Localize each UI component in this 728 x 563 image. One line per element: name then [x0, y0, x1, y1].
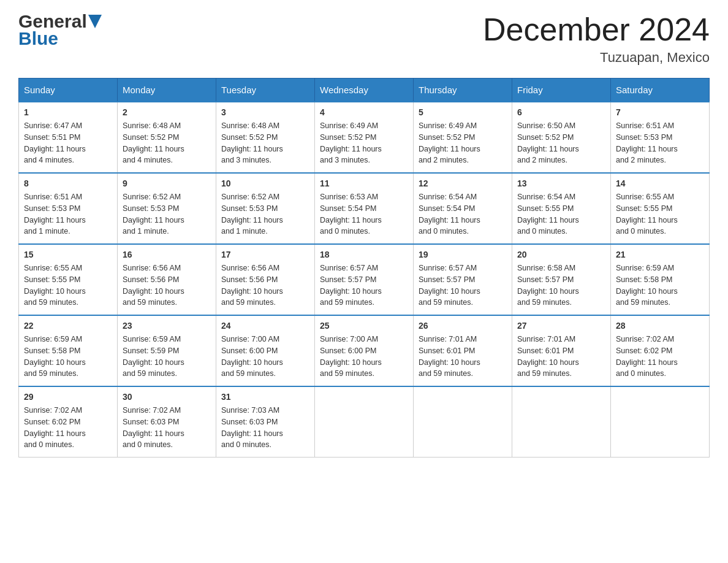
- day-number: 16: [123, 248, 211, 261]
- day-info-text: Sunrise: 6:53 AM Sunset: 5:54 PM Dayligh…: [320, 191, 408, 237]
- calendar-cell: 5Sunrise: 6:49 AM Sunset: 5:52 PM Daylig…: [414, 102, 512, 173]
- day-info-text: Sunrise: 6:58 AM Sunset: 5:57 PM Dayligh…: [517, 262, 605, 308]
- day-info-text: Sunrise: 6:54 AM Sunset: 5:54 PM Dayligh…: [419, 191, 507, 237]
- calendar-week-row: 22Sunrise: 6:59 AM Sunset: 5:58 PM Dayli…: [19, 315, 710, 386]
- calendar-week-row: 29Sunrise: 7:02 AM Sunset: 6:02 PM Dayli…: [19, 386, 710, 458]
- calendar-cell: 16Sunrise: 6:56 AM Sunset: 5:56 PM Dayli…: [118, 244, 216, 315]
- day-number: 18: [320, 248, 408, 261]
- calendar-cell: 23Sunrise: 6:59 AM Sunset: 5:59 PM Dayli…: [118, 315, 216, 386]
- weekday-header-monday: Monday: [118, 79, 216, 102]
- calendar-cell: 14Sunrise: 6:55 AM Sunset: 5:55 PM Dayli…: [611, 173, 710, 244]
- day-number: 23: [123, 320, 211, 332]
- day-number: 14: [616, 177, 704, 190]
- calendar-cell: 3Sunrise: 6:48 AM Sunset: 5:52 PM Daylig…: [216, 102, 315, 173]
- day-info-text: Sunrise: 7:00 AM Sunset: 6:00 PM Dayligh…: [221, 334, 309, 380]
- day-number: 15: [24, 248, 112, 261]
- day-number: 17: [221, 248, 309, 261]
- weekday-header-thursday: Thursday: [414, 79, 512, 102]
- day-info-text: Sunrise: 7:02 AM Sunset: 6:03 PM Dayligh…: [123, 405, 211, 451]
- title-block: December 2024 Tuzuapan, Mexico: [483, 12, 710, 66]
- day-number: 29: [24, 391, 112, 404]
- day-info-text: Sunrise: 6:55 AM Sunset: 5:55 PM Dayligh…: [616, 191, 704, 237]
- day-info-text: Sunrise: 7:03 AM Sunset: 6:03 PM Dayligh…: [221, 405, 309, 451]
- calendar-cell: 6Sunrise: 6:50 AM Sunset: 5:52 PM Daylig…: [512, 102, 611, 173]
- calendar-cell: 29Sunrise: 7:02 AM Sunset: 6:02 PM Dayli…: [19, 386, 118, 458]
- weekday-header-row: SundayMondayTuesdayWednesdayThursdayFrid…: [19, 79, 710, 102]
- calendar-table: SundayMondayTuesdayWednesdayThursdayFrid…: [18, 78, 710, 458]
- day-info-text: Sunrise: 6:48 AM Sunset: 5:52 PM Dayligh…: [221, 120, 309, 166]
- calendar-cell: 31Sunrise: 7:03 AM Sunset: 6:03 PM Dayli…: [216, 386, 315, 458]
- day-info-text: Sunrise: 6:51 AM Sunset: 5:53 PM Dayligh…: [24, 191, 112, 237]
- calendar-cell: 30Sunrise: 7:02 AM Sunset: 6:03 PM Dayli…: [118, 386, 216, 458]
- day-info-text: Sunrise: 6:54 AM Sunset: 5:55 PM Dayligh…: [517, 191, 605, 237]
- svg-marker-0: [88, 15, 102, 28]
- day-number: 22: [24, 320, 112, 332]
- day-number: 6: [517, 106, 605, 119]
- day-number: 3: [221, 106, 309, 119]
- weekday-header-friday: Friday: [512, 79, 611, 102]
- day-info-text: Sunrise: 6:52 AM Sunset: 5:53 PM Dayligh…: [221, 191, 309, 237]
- day-info-text: Sunrise: 6:50 AM Sunset: 5:52 PM Dayligh…: [517, 120, 605, 166]
- day-info-text: Sunrise: 6:49 AM Sunset: 5:52 PM Dayligh…: [320, 120, 408, 166]
- day-info-text: Sunrise: 6:56 AM Sunset: 5:56 PM Dayligh…: [221, 262, 309, 308]
- day-info-text: Sunrise: 6:48 AM Sunset: 5:52 PM Dayligh…: [123, 120, 211, 166]
- day-number: 7: [616, 106, 704, 119]
- day-number: 20: [517, 248, 605, 261]
- calendar-week-row: 1Sunrise: 6:47 AM Sunset: 5:51 PM Daylig…: [19, 102, 710, 173]
- day-number: 10: [221, 177, 309, 190]
- weekday-header-wednesday: Wednesday: [315, 79, 414, 102]
- calendar-cell: 2Sunrise: 6:48 AM Sunset: 5:52 PM Daylig…: [118, 102, 216, 173]
- location-subtitle: Tuzuapan, Mexico: [483, 50, 710, 66]
- calendar-week-row: 15Sunrise: 6:55 AM Sunset: 5:55 PM Dayli…: [19, 244, 710, 315]
- weekday-header-sunday: Sunday: [19, 79, 118, 102]
- calendar-cell: [315, 386, 414, 458]
- calendar-cell: 25Sunrise: 7:00 AM Sunset: 6:00 PM Dayli…: [315, 315, 414, 386]
- calendar-cell: [414, 386, 512, 458]
- day-number: 11: [320, 177, 408, 190]
- day-info-text: Sunrise: 6:49 AM Sunset: 5:52 PM Dayligh…: [419, 120, 507, 166]
- calendar-cell: 13Sunrise: 6:54 AM Sunset: 5:55 PM Dayli…: [512, 173, 611, 244]
- calendar-cell: 11Sunrise: 6:53 AM Sunset: 5:54 PM Dayli…: [315, 173, 414, 244]
- calendar-week-row: 8Sunrise: 6:51 AM Sunset: 5:53 PM Daylig…: [19, 173, 710, 244]
- day-info-text: Sunrise: 6:57 AM Sunset: 5:57 PM Dayligh…: [320, 262, 408, 308]
- logo-blue: Blue: [18, 29, 58, 48]
- logo: General Blue: [18, 12, 102, 48]
- page-header: General Blue December 2024 Tuzuapan, Mex…: [18, 12, 710, 66]
- calendar-cell: 17Sunrise: 6:56 AM Sunset: 5:56 PM Dayli…: [216, 244, 315, 315]
- calendar-cell: 20Sunrise: 6:58 AM Sunset: 5:57 PM Dayli…: [512, 244, 611, 315]
- calendar-cell: 12Sunrise: 6:54 AM Sunset: 5:54 PM Dayli…: [414, 173, 512, 244]
- calendar-cell: 10Sunrise: 6:52 AM Sunset: 5:53 PM Dayli…: [216, 173, 315, 244]
- day-number: 4: [320, 106, 408, 119]
- day-number: 21: [616, 248, 704, 261]
- day-info-text: Sunrise: 6:55 AM Sunset: 5:55 PM Dayligh…: [24, 262, 112, 308]
- day-number: 24: [221, 320, 309, 332]
- day-info-text: Sunrise: 7:00 AM Sunset: 6:00 PM Dayligh…: [320, 334, 408, 380]
- calendar-cell: 9Sunrise: 6:52 AM Sunset: 5:53 PM Daylig…: [118, 173, 216, 244]
- day-info-text: Sunrise: 6:56 AM Sunset: 5:56 PM Dayligh…: [123, 262, 211, 308]
- calendar-cell: [611, 386, 710, 458]
- calendar-cell: [512, 386, 611, 458]
- day-number: 9: [123, 177, 211, 190]
- calendar-cell: 15Sunrise: 6:55 AM Sunset: 5:55 PM Dayli…: [19, 244, 118, 315]
- day-info-text: Sunrise: 7:02 AM Sunset: 6:02 PM Dayligh…: [24, 405, 112, 451]
- day-number: 2: [123, 106, 211, 119]
- calendar-cell: 22Sunrise: 6:59 AM Sunset: 5:58 PM Dayli…: [19, 315, 118, 386]
- calendar-cell: 28Sunrise: 7:02 AM Sunset: 6:02 PM Dayli…: [611, 315, 710, 386]
- day-number: 26: [419, 320, 507, 332]
- day-info-text: Sunrise: 7:01 AM Sunset: 6:01 PM Dayligh…: [517, 334, 605, 380]
- weekday-header-tuesday: Tuesday: [216, 79, 315, 102]
- day-info-text: Sunrise: 6:47 AM Sunset: 5:51 PM Dayligh…: [24, 120, 112, 166]
- day-number: 5: [419, 106, 507, 119]
- day-info-text: Sunrise: 7:01 AM Sunset: 6:01 PM Dayligh…: [419, 334, 507, 380]
- calendar-cell: 27Sunrise: 7:01 AM Sunset: 6:01 PM Dayli…: [512, 315, 611, 386]
- day-info-text: Sunrise: 6:59 AM Sunset: 5:58 PM Dayligh…: [616, 262, 704, 308]
- calendar-cell: 8Sunrise: 6:51 AM Sunset: 5:53 PM Daylig…: [19, 173, 118, 244]
- day-info-text: Sunrise: 6:57 AM Sunset: 5:57 PM Dayligh…: [419, 262, 507, 308]
- day-number: 30: [123, 391, 211, 404]
- month-year-title: December 2024: [483, 12, 710, 47]
- calendar-cell: 7Sunrise: 6:51 AM Sunset: 5:53 PM Daylig…: [611, 102, 710, 173]
- day-number: 13: [517, 177, 605, 190]
- day-number: 8: [24, 177, 112, 190]
- day-number: 12: [419, 177, 507, 190]
- day-number: 19: [419, 248, 507, 261]
